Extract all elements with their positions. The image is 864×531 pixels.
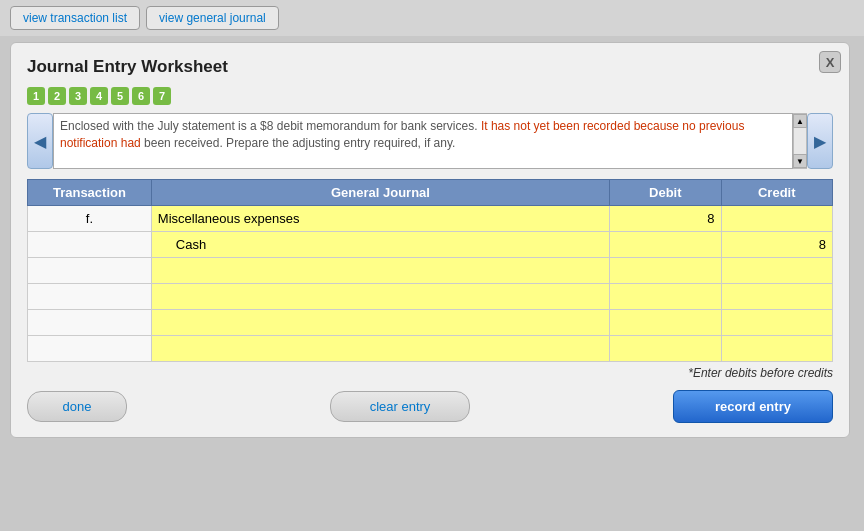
step-num-4[interactable]: 4 bbox=[90, 87, 108, 105]
step-num-7[interactable]: 7 bbox=[153, 87, 171, 105]
description-container: ◀ Enclosed with the July statement is a … bbox=[27, 113, 833, 169]
account-cell[interactable] bbox=[151, 258, 609, 284]
col-header-debit: Debit bbox=[610, 180, 721, 206]
transaction-cell bbox=[28, 258, 152, 284]
description-textbox: Enclosed with the July statement is a $8… bbox=[53, 113, 793, 169]
table-row bbox=[28, 336, 833, 362]
next-arrow-button[interactable]: ▶ bbox=[807, 113, 833, 169]
debit-cell[interactable] bbox=[610, 258, 721, 284]
step-num-6[interactable]: 6 bbox=[132, 87, 150, 105]
top-navigation: view transaction list view general journ… bbox=[0, 0, 864, 36]
table-row: Cash 8 bbox=[28, 232, 833, 258]
transaction-cell bbox=[28, 336, 152, 362]
debit-cell[interactable] bbox=[610, 336, 721, 362]
col-header-transaction: Transaction bbox=[28, 180, 152, 206]
transaction-cell bbox=[28, 232, 152, 258]
step-num-5[interactable]: 5 bbox=[111, 87, 129, 105]
scroll-track bbox=[794, 128, 806, 154]
account-cell[interactable]: Miscellaneous expenses bbox=[151, 206, 609, 232]
debit-cell[interactable] bbox=[610, 284, 721, 310]
credit-cell[interactable] bbox=[721, 206, 832, 232]
table-row bbox=[28, 310, 833, 336]
record-entry-button[interactable]: record entry bbox=[673, 390, 833, 423]
debit-cell[interactable]: 8 bbox=[610, 206, 721, 232]
credit-cell[interactable] bbox=[721, 284, 832, 310]
debit-cell[interactable] bbox=[610, 310, 721, 336]
description-highlight: It has not yet been recorded because no … bbox=[60, 119, 744, 150]
hint-text: *Enter debits before credits bbox=[27, 366, 833, 380]
step-numbers: 1234567 bbox=[27, 87, 833, 105]
transaction-cell bbox=[28, 284, 152, 310]
col-header-credit: Credit bbox=[721, 180, 832, 206]
scroll-down-button[interactable]: ▼ bbox=[793, 154, 807, 168]
credit-cell[interactable] bbox=[721, 258, 832, 284]
journal-entry-panel: X Journal Entry Worksheet 1234567 ◀ Encl… bbox=[10, 42, 850, 438]
account-cell[interactable]: Cash bbox=[151, 232, 609, 258]
credit-cell[interactable] bbox=[721, 336, 832, 362]
step-num-1[interactable]: 1 bbox=[27, 87, 45, 105]
credit-cell[interactable] bbox=[721, 310, 832, 336]
transaction-cell: f. bbox=[28, 206, 152, 232]
close-button[interactable]: X bbox=[819, 51, 841, 73]
description-text: Enclosed with the July statement is a $8… bbox=[60, 119, 744, 150]
scrollbar: ▲ ▼ bbox=[793, 113, 807, 169]
table-row bbox=[28, 258, 833, 284]
table-row bbox=[28, 284, 833, 310]
scroll-up-button[interactable]: ▲ bbox=[793, 114, 807, 128]
credit-cell[interactable]: 8 bbox=[721, 232, 832, 258]
view-transaction-list-button[interactable]: view transaction list bbox=[10, 6, 140, 30]
debit-cell[interactable] bbox=[610, 232, 721, 258]
view-general-journal-button[interactable]: view general journal bbox=[146, 6, 279, 30]
account-cell[interactable] bbox=[151, 336, 609, 362]
journal-table: Transaction General Journal Debit Credit… bbox=[27, 179, 833, 362]
bottom-bar: done clear entry record entry bbox=[27, 390, 833, 423]
account-cell[interactable] bbox=[151, 310, 609, 336]
panel-title: Journal Entry Worksheet bbox=[27, 57, 833, 77]
clear-entry-button[interactable]: clear entry bbox=[330, 391, 470, 422]
col-header-general-journal: General Journal bbox=[151, 180, 609, 206]
prev-arrow-button[interactable]: ◀ bbox=[27, 113, 53, 169]
transaction-cell bbox=[28, 310, 152, 336]
step-num-3[interactable]: 3 bbox=[69, 87, 87, 105]
account-cell[interactable] bbox=[151, 284, 609, 310]
table-row: f. Miscellaneous expenses 8 bbox=[28, 206, 833, 232]
done-button[interactable]: done bbox=[27, 391, 127, 422]
step-num-2[interactable]: 2 bbox=[48, 87, 66, 105]
